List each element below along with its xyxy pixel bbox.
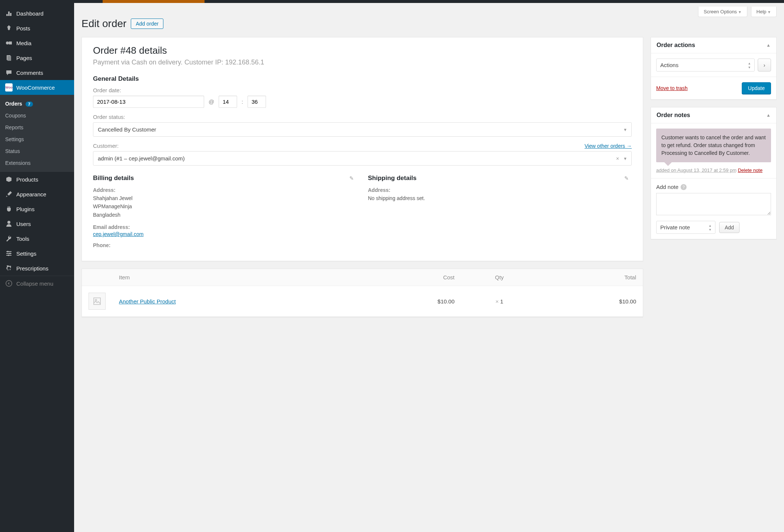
sidebar-label: Media xyxy=(16,40,31,46)
order-hour-input[interactable] xyxy=(219,96,237,108)
wrench-icon xyxy=(5,235,13,242)
add-note-label: Add note xyxy=(656,184,678,190)
sidebar-item-prescriptions[interactable]: Prescriptions xyxy=(0,261,74,276)
edit-billing-icon[interactable]: ✎ xyxy=(349,175,354,181)
item-qty: ×1 xyxy=(461,286,538,317)
col-item: Item xyxy=(112,269,356,286)
svg-point-10 xyxy=(9,253,11,254)
sidebar-label: WooCommerce xyxy=(16,84,55,91)
sidebar-item-plugins[interactable]: Plugins xyxy=(0,202,74,216)
svg-point-14 xyxy=(95,299,97,301)
order-status-label: Order status: xyxy=(93,114,632,120)
svg-rect-13 xyxy=(94,298,100,305)
order-items-box: Item Cost Qty Total Another Public Produ… xyxy=(82,269,643,317)
add-order-button[interactable]: Add order xyxy=(131,19,163,29)
shipping-address: No shipping address set. xyxy=(368,194,632,202)
svg-rect-4 xyxy=(7,56,11,61)
billing-email-link[interactable]: cep.jewel@gmail.com xyxy=(93,231,143,237)
screen-options-button[interactable]: Screen Options xyxy=(698,7,747,17)
sidebar-item-users[interactable]: Users xyxy=(0,216,74,231)
sidebar-item-appearance[interactable]: Appearance xyxy=(0,187,74,202)
note-type-select[interactable]: Private note xyxy=(656,221,715,234)
add-note-button[interactable]: Add xyxy=(719,222,740,233)
order-meta: Payment via Cash on delivery. Customer I… xyxy=(93,59,632,66)
order-minute-input[interactable] xyxy=(248,96,266,108)
brush-icon xyxy=(5,190,13,198)
item-total: $10.00 xyxy=(538,286,643,317)
sidebar-label: Collapse menu xyxy=(16,280,53,287)
pin-icon xyxy=(5,24,13,32)
svg-point-0 xyxy=(6,41,9,44)
product-link[interactable]: Another Public Product xyxy=(119,298,176,305)
orders-count-badge: 7 xyxy=(26,102,33,107)
product-thumbnail-icon xyxy=(89,293,106,310)
order-actions-box: Order actions ▲ Actions ▴▾ › Move to tra… xyxy=(651,37,777,100)
page-icon xyxy=(5,54,13,61)
collapse-menu[interactable]: Collapse menu xyxy=(0,276,74,291)
sidebar-label: Comments xyxy=(16,70,43,76)
order-note: Customer wants to cancel the order and w… xyxy=(656,129,771,162)
sidebar-label: Settings xyxy=(16,250,36,257)
col-total: Total xyxy=(538,269,643,286)
billing-address: Shahjahan Jewel WPManageNinja Bangladesh xyxy=(93,194,357,219)
table-row: Another Public Product $10.00 ×1 $10.00 xyxy=(82,286,643,317)
sidebar-label: Tools xyxy=(16,236,29,242)
apply-action-button[interactable]: › xyxy=(758,59,771,72)
col-cost: Cost xyxy=(356,269,461,286)
order-heading: Order #48 details xyxy=(93,45,632,56)
submenu-orders[interactable]: Orders 7 xyxy=(0,98,74,110)
submenu-coupons[interactable]: Coupons xyxy=(0,110,74,122)
update-button[interactable]: Update xyxy=(742,82,771,94)
item-cost: $10.00 xyxy=(356,286,461,317)
billing-details-heading: Billing details xyxy=(93,174,357,182)
toggle-box-icon[interactable]: ▲ xyxy=(766,43,771,48)
submenu-extensions[interactable]: Extensions xyxy=(0,157,74,169)
admin-sidebar: Dashboard Posts Media Pages Comments Woo… xyxy=(0,3,74,532)
sidebar-label: Products xyxy=(16,176,38,183)
sidebar-item-dashboard[interactable]: Dashboard xyxy=(0,6,74,21)
edit-shipping-icon[interactable]: ✎ xyxy=(624,175,629,181)
sidebar-item-tools[interactable]: Tools xyxy=(0,231,74,246)
order-actions-select[interactable]: Actions xyxy=(656,59,755,72)
sidebar-item-media[interactable]: Media xyxy=(0,36,74,50)
submenu-status[interactable]: Status xyxy=(0,145,74,157)
sidebar-item-posts[interactable]: Posts xyxy=(0,21,74,36)
dashboard-icon xyxy=(5,10,13,17)
col-qty: Qty xyxy=(461,269,538,286)
move-to-trash-link[interactable]: Move to trash xyxy=(656,85,688,91)
gear-icon xyxy=(5,265,13,272)
svg-point-5 xyxy=(7,221,10,224)
note-textarea[interactable] xyxy=(656,193,771,215)
order-date-input[interactable] xyxy=(93,96,204,108)
general-details-heading: General Details xyxy=(93,75,632,83)
sidebar-item-woocommerce[interactable]: Woo WooCommerce xyxy=(0,80,74,95)
help-icon[interactable]: ? xyxy=(681,184,687,190)
toggle-box-icon[interactable]: ▲ xyxy=(766,113,771,118)
collapse-icon xyxy=(5,280,13,287)
sidebar-item-comments[interactable]: Comments xyxy=(0,65,74,80)
svg-point-9 xyxy=(7,251,9,252)
delete-note-link[interactable]: Delete note xyxy=(738,167,763,173)
sidebar-item-settings[interactable]: Settings xyxy=(0,246,74,261)
comment-icon xyxy=(5,69,13,76)
view-other-orders-link[interactable]: View other orders → xyxy=(585,143,632,149)
page-title: Edit order xyxy=(82,18,126,30)
order-notes-box: Order notes ▲ Customer wants to cancel t… xyxy=(651,107,777,239)
order-details-box: Order #48 details Payment via Cash on de… xyxy=(82,37,643,261)
woocommerce-submenu: Orders 7 Coupons Reports Settings Status… xyxy=(0,95,74,172)
sidebar-item-products[interactable]: Products xyxy=(0,172,74,187)
shipping-details-heading: Shipping details xyxy=(368,174,632,182)
sliders-icon xyxy=(5,250,13,257)
help-button[interactable]: Help xyxy=(751,7,777,17)
submenu-settings[interactable]: Settings xyxy=(0,133,74,145)
customer-select[interactable]: admin (#1 – cep.jewel@gmail.com) xyxy=(93,151,632,166)
submenu-reports[interactable]: Reports xyxy=(0,122,74,133)
order-status-select[interactable]: Cancelled By Customer xyxy=(93,122,632,137)
sidebar-label: Users xyxy=(16,221,31,227)
order-date-label: Order date: xyxy=(93,87,632,93)
user-icon xyxy=(5,220,13,227)
clear-customer-icon[interactable]: × xyxy=(616,156,619,162)
svg-rect-1 xyxy=(9,41,12,44)
customer-label: Customer: xyxy=(93,143,119,149)
sidebar-item-pages[interactable]: Pages xyxy=(0,50,74,65)
